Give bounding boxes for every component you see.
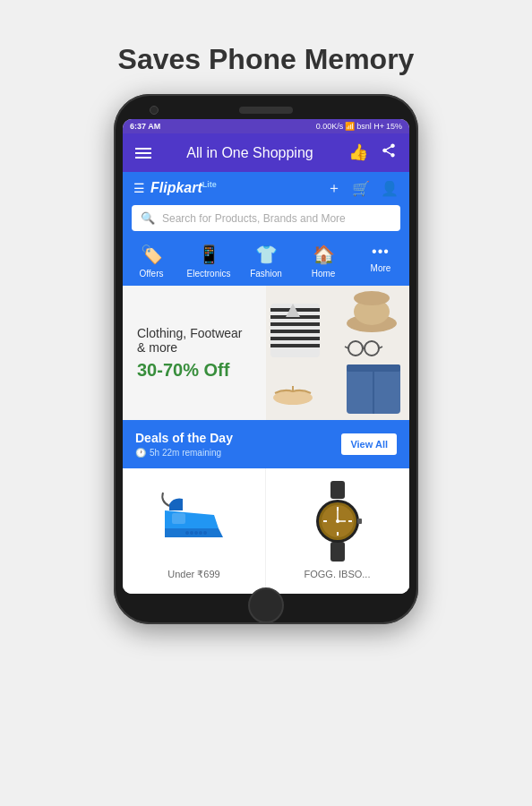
status-carrier: bsnl H+ [356,122,384,131]
product-iron[interactable]: Under ₹699 [123,468,266,594]
home-button[interactable] [248,587,284,623]
search-input-wrap[interactable]: 🔍 Search for Products, Brands and More [132,205,400,231]
cat-fashion[interactable]: 👕 Fashion [244,244,288,279]
products-grid: Under ₹699 [123,468,409,594]
cart-icon[interactable]: 🛒 [352,180,370,197]
svg-rect-28 [330,542,345,562]
more-icon: ••• [372,244,390,260]
svg-rect-39 [357,519,362,524]
category-nav: 🏷️ Offers 📱 Electronics 👕 Fashion 🏠 Home… [123,238,409,286]
svg-point-16 [273,390,313,405]
product-watch-image [297,481,378,562]
svg-point-22 [194,531,198,535]
flipkart-header: ☰ FlipkartLite ＋ 🛒 👤 [123,172,409,205]
svg-point-10 [354,291,390,305]
add-icon[interactable]: ＋ [327,179,341,198]
svg-rect-20 [347,364,400,372]
deals-info: Deals of the Day 🕐 5h 22m remaining [135,431,233,458]
timer-text: 5h 22m remaining [150,448,221,458]
phone-device: 6:37 AM 0.00K/s 📶 bsnl H+ 15% All in One… [114,94,418,624]
deals-timer: 🕐 5h 22m remaining [135,448,233,458]
svg-rect-27 [330,481,345,499]
fk-logo: FlipkartLite [150,180,217,196]
home-icon: 🏠 [313,244,335,265]
page-wrapper: Saves Phone Memory 6:37 AM 0.00K/s 📶 bsn… [0,18,532,806]
cat-offers[interactable]: 🏷️ Offers [129,244,174,279]
status-icons: 0.00K/s 📶 bsnl H+ 15% [316,122,402,131]
view-all-button[interactable]: View All [341,433,397,455]
profile-icon[interactable]: 👤 [381,180,399,197]
search-placeholder: Search for Products, Brands and More [162,212,346,225]
status-speed: 0.00K/s [316,122,344,131]
svg-point-21 [185,531,189,535]
svg-point-23 [203,531,207,535]
status-time: 6:37 AM [130,122,160,131]
product-watch[interactable]: FOGG. IBSO... [266,468,409,594]
product-watch-label: FOGG. IBSO... [305,569,371,579]
banner-image [266,286,409,420]
app-bar-icons: 👍 [348,142,397,163]
fashion-icon: 👕 [255,244,278,265]
svg-rect-6 [270,337,320,340]
banner-discount: 30-70% Off [137,360,252,381]
status-bar: 6:37 AM 0.00K/s 📶 bsnl H+ 15% [123,119,409,133]
like-icon[interactable]: 👍 [348,142,368,163]
cat-electronics-label: Electronics [187,269,231,279]
deals-title: Deals of the Day [135,431,233,445]
cat-more-label: More [371,263,391,273]
page-headline: Saves Phone Memory [100,18,433,94]
svg-rect-7 [270,344,320,347]
banner-title: Clothing, Footwear & more [137,326,252,355]
status-battery: 15% [386,122,402,131]
svg-point-38 [336,519,339,523]
svg-point-24 [190,531,193,535]
search-icon: 🔍 [141,211,155,225]
svg-rect-4 [270,322,320,326]
fk-hamburger[interactable]: ☰ [133,181,145,195]
cat-more[interactable]: ••• More [358,244,403,279]
banner-text: Clothing, Footwear & more 30-70% Off [123,308,266,399]
phone-camera [150,106,159,115]
cat-home[interactable]: 🏠 Home [301,244,346,279]
offers-icon: 🏷️ [141,244,163,265]
svg-rect-26 [172,513,185,524]
status-wifi: 📶 [345,122,355,131]
timer-icon: 🕐 [135,448,146,458]
hamburger-menu[interactable] [135,148,151,159]
cat-home-label: Home [312,269,336,279]
cat-fashion-label: Fashion [250,269,282,279]
product-iron-label: Under ₹699 [167,569,219,580]
app-bar: All in One Shopping 👍 [123,133,409,172]
fk-action-icons: ＋ 🛒 👤 [327,179,399,198]
electronics-icon: 📱 [198,244,220,265]
promo-banner[interactable]: Clothing, Footwear & more 30-70% Off [123,286,409,420]
share-icon[interactable] [381,142,397,163]
phone-speaker [239,107,293,114]
svg-rect-5 [270,330,320,333]
phone-bottom [123,599,409,612]
cat-electronics[interactable]: 📱 Electronics [186,244,231,279]
fk-logo-area: ☰ FlipkartLite [133,180,217,196]
product-iron-image [154,481,235,562]
search-bar: 🔍 Search for Products, Brands and More [123,205,409,238]
app-bar-title: All in One Shopping [186,145,313,161]
svg-point-25 [199,531,202,535]
deals-header: Deals of the Day 🕐 5h 22m remaining View… [123,420,409,468]
phone-top [123,107,409,114]
cat-offers-label: Offers [139,269,163,279]
phone-screen: 6:37 AM 0.00K/s 📶 bsnl H+ 15% All in One… [123,119,409,594]
